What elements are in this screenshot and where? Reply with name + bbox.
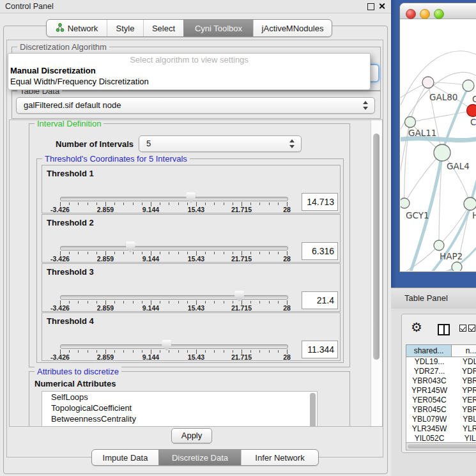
tab-impute-data[interactable]: Impute Data [92, 450, 158, 465]
network-graph: GAL80 G C GAL11 GAL4 GCY1 H HAP2 [401, 19, 476, 271]
table-row[interactable]: YBL079WYBL0 [406, 415, 476, 424]
tab-cyni-toolbox[interactable]: Cyni Toolbox [183, 20, 253, 36]
mac-close-button[interactable] [406, 9, 416, 19]
tab-discretize-data[interactable]: Discretize Data [158, 450, 241, 465]
table-cell[interactable]: YER054C [406, 395, 452, 405]
node-label-partial-right: H [472, 210, 476, 220]
node-red-selected[interactable] [467, 105, 476, 117]
stepper-icon[interactable] [363, 101, 369, 110]
dropdown-option-manual[interactable]: Manual Discretization [8, 65, 370, 76]
slider-track[interactable] [60, 246, 288, 250]
stepper-icon[interactable] [289, 139, 295, 148]
mac-zoom-button[interactable] [434, 9, 444, 19]
slider-track[interactable] [60, 197, 288, 201]
settings-scrollbar[interactable] [371, 120, 382, 426]
tick-label: 9.144 [142, 255, 159, 263]
slider-tick [259, 252, 260, 254]
node-label-hap2: HAP2 [440, 251, 463, 261]
table-hscrollbar[interactable] [406, 442, 476, 450]
checkbox-checked-icon[interactable] [468, 325, 475, 332]
table-cell[interactable]: YBR0 [452, 405, 476, 415]
node-right[interactable] [464, 197, 476, 210]
gear-icon[interactable]: ⚙ [411, 321, 422, 334]
group-title: Attributes to discretize [35, 367, 121, 376]
table-cell[interactable]: YDL1 [452, 357, 476, 367]
slider-tick [78, 301, 79, 303]
slider-thumb[interactable] [234, 291, 244, 302]
attribute-list-item[interactable]: TopologicalCoefficient [42, 403, 317, 413]
table-row[interactable]: YBR045CYBR0 [406, 405, 476, 415]
close-icon[interactable] [378, 3, 385, 10]
node-gal11[interactable] [405, 117, 416, 128]
scrollbar-thumb[interactable] [373, 134, 380, 360]
tab-jactivemnodules[interactable]: jActiveMNodules [253, 20, 332, 36]
table-row[interactable]: YBR043CYBR0 [406, 376, 476, 386]
node-gal80[interactable] [422, 77, 434, 88]
float-window-icon[interactable] [367, 3, 374, 10]
attribute-list-item[interactable]: SelfLoops [42, 392, 317, 403]
node-gcy1[interactable] [401, 198, 410, 208]
network-canvas[interactable]: GAL80 G C GAL11 GAL4 GCY1 H HAP2 [401, 19, 476, 271]
table-cell[interactable]: YBR043C [406, 376, 452, 386]
column-header-shared-name[interactable]: shared... [406, 344, 452, 357]
tab-select[interactable]: Select [143, 20, 183, 36]
columns-icon[interactable] [438, 324, 450, 335]
slider-tick [123, 252, 124, 254]
threshold-label: Threshold 1 [47, 169, 94, 178]
node-top-right[interactable] [463, 80, 474, 91]
table-cell[interactable]: YBL079W [406, 415, 452, 424]
slider-tick [187, 203, 188, 205]
slider-thumb[interactable] [126, 242, 135, 252]
tab-style[interactable]: Style [107, 20, 143, 36]
numerical-attributes-list[interactable]: SelfLoopsTopologicalCoefficientBetweenne… [42, 391, 318, 427]
table-row[interactable]: YDL19...YDL1 [406, 357, 476, 367]
slider-tick [133, 203, 134, 205]
table-cell[interactable]: YPR145W [406, 386, 452, 395]
slider-tick [133, 350, 134, 353]
table-cell[interactable]: YDR2 [452, 367, 476, 376]
table-row[interactable]: YER054CYER0 [406, 395, 476, 405]
dropdown-option-equal-width[interactable]: Equal Width/Frequency Discretization [8, 76, 370, 87]
table-cell[interactable]: YPR1 [452, 386, 476, 395]
slider-tick [96, 203, 97, 205]
checkbox-checked-icon[interactable] [459, 325, 466, 332]
threshold-value-field[interactable]: 11.344 [302, 341, 338, 358]
tab-network[interactable]: Network [47, 20, 107, 36]
column-header-name[interactable]: n... [452, 344, 476, 357]
table-cell[interactable]: YLR3 [452, 424, 476, 434]
table-cell[interactable]: YER0 [452, 395, 476, 405]
apply-button[interactable]: Apply [171, 428, 212, 443]
table-cell[interactable]: YDL19... [406, 357, 452, 367]
table-cell[interactable]: YDR27... [406, 367, 452, 376]
node-bottom[interactable] [452, 262, 462, 271]
table-cell[interactable]: YBL0 [452, 415, 476, 424]
table-row[interactable]: YPR145WYPR1 [406, 386, 476, 395]
slider-track[interactable] [60, 295, 288, 300]
slider-thumb[interactable] [162, 340, 171, 351]
tick-label: -3.426 [50, 206, 70, 213]
table-data-group: Table Data galFiltered.sif default node [12, 91, 381, 119]
slider-track[interactable] [60, 344, 288, 349]
threshold-value-field[interactable]: 21.4 [302, 291, 338, 309]
threshold-value-field[interactable]: 14.713 [302, 193, 338, 211]
node-hap2[interactable] [434, 240, 444, 250]
table-cell[interactable]: YBR0 [452, 376, 476, 386]
tab-infer-network[interactable]: Infer Network [241, 450, 318, 465]
table-cell[interactable]: YLR345W [406, 424, 452, 434]
mac-minimize-button[interactable] [420, 9, 430, 19]
table-row[interactable]: YLR345WYLR3 [406, 424, 476, 434]
number-of-intervals-combo[interactable]: 5 [139, 135, 302, 152]
bottom-tab-strip: Impute Data Discretize Data Infer Networ… [91, 449, 319, 466]
threshold-value-field[interactable]: 6.316 [302, 242, 338, 260]
table-cell[interactable]: YBR045C [406, 405, 452, 415]
attribute-list-item[interactable]: BetweennessCentrality [42, 413, 317, 424]
network-window-titlebar[interactable] [400, 3, 476, 19]
node-gal4[interactable] [434, 144, 450, 161]
number-of-intervals-label: Number of Intervals [56, 139, 134, 149]
table-data-combo[interactable]: galFiltered.sif default node [16, 97, 375, 114]
list-scrollbar[interactable] [310, 393, 316, 427]
slider-thumb[interactable] [186, 192, 196, 203]
network-view-window[interactable]: GAL80 G C GAL11 GAL4 GCY1 H HAP2 [399, 3, 476, 272]
scrollbar-thumb[interactable] [408, 444, 476, 449]
table-row[interactable]: YDR27...YDR2 [406, 367, 476, 376]
